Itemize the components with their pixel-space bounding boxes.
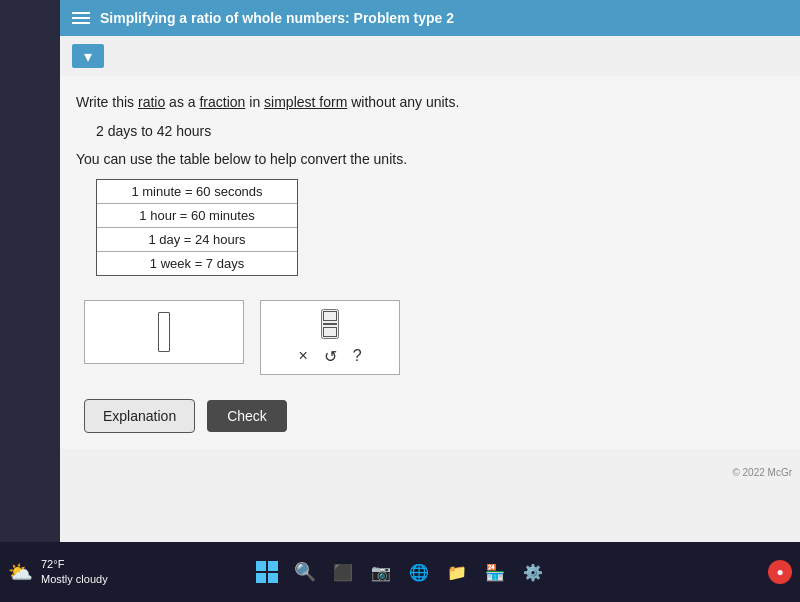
- header-bar: Simplifying a ratio of whole numbers: Pr…: [60, 0, 800, 36]
- bottom-buttons: Explanation Check: [84, 399, 784, 433]
- taskbar-right: ●: [555, 560, 792, 584]
- fraction-button[interactable]: [321, 309, 339, 339]
- dropdown-arrow-icon: ▾: [84, 47, 92, 66]
- conversion-table: 1 minute = 60 seconds 1 hour = 60 minute…: [96, 179, 298, 276]
- undo-button[interactable]: ↺: [324, 347, 337, 366]
- windows-start-button[interactable]: [253, 558, 281, 586]
- ratio-word: ratio: [138, 94, 165, 110]
- settings-button[interactable]: ⚙️: [519, 558, 547, 586]
- settings-icon: ⚙️: [523, 563, 543, 582]
- left-sidebar: [0, 0, 60, 542]
- header-title: Simplifying a ratio of whole numbers: Pr…: [100, 10, 454, 26]
- maps-button[interactable]: 🌐: [405, 558, 433, 586]
- math-symbols-row: × ↺ ?: [298, 347, 361, 366]
- help-button[interactable]: ?: [353, 347, 362, 365]
- table-row: 1 minute = 60 seconds: [97, 180, 297, 204]
- taskbar-left: ⛅ 72°F Mostly cloudy: [8, 557, 245, 588]
- table-row: 1 hour = 60 minutes: [97, 204, 297, 228]
- weather-desc: Mostly cloudy: [41, 572, 108, 587]
- dropdown-button[interactable]: ▾: [72, 44, 104, 68]
- copyright-text: © 2022 McGr: [732, 467, 792, 478]
- table-row: 1 day = 24 hours: [97, 228, 297, 252]
- check-button[interactable]: Check: [207, 400, 287, 432]
- browser-button[interactable]: 📷: [367, 558, 395, 586]
- convert-text: You can use the table below to help conv…: [76, 151, 784, 167]
- content-body: Write this ratio as a fraction in simple…: [60, 76, 800, 449]
- fraction-word: fraction: [199, 94, 245, 110]
- fraction-panel: × ↺ ?: [260, 300, 400, 375]
- files-button[interactable]: 📁: [443, 558, 471, 586]
- search-taskbar-button[interactable]: 🔍: [291, 558, 319, 586]
- folder-icon: 📁: [447, 563, 467, 582]
- store-button[interactable]: 🏪: [481, 558, 509, 586]
- globe-icon: 🌐: [409, 563, 429, 582]
- hamburger-icon[interactable]: [72, 12, 90, 24]
- windows-logo-icon: [256, 561, 278, 583]
- explanation-button[interactable]: Explanation: [84, 399, 195, 433]
- fraction-divider-line: [323, 323, 337, 325]
- weather-temp: 72°F: [41, 557, 108, 572]
- task-view-button[interactable]: ⬛: [329, 558, 357, 586]
- text-cursor-icon: [158, 312, 170, 352]
- multiply-button[interactable]: ×: [298, 347, 307, 365]
- ratio-text: 2 days to 42 hours: [96, 123, 784, 139]
- weather-widget: ⛅ 72°F Mostly cloudy: [8, 557, 108, 588]
- taskbar-center: 🔍 ⬛ 📷 🌐 📁 🏪 ⚙️: [253, 558, 547, 586]
- simplest-form-word: simplest form: [264, 94, 347, 110]
- answer-input-box[interactable]: [84, 300, 244, 364]
- problem-instruction: Write this ratio as a fraction in simple…: [76, 92, 784, 113]
- store-icon: 🏪: [485, 563, 505, 582]
- taskbar: ⛅ 72°F Mostly cloudy 🔍 ⬛ 📷 🌐: [0, 542, 800, 602]
- camera-icon: 📷: [371, 563, 391, 582]
- record-button[interactable]: ●: [768, 560, 792, 584]
- input-area: × ↺ ?: [84, 300, 784, 375]
- record-icon: ●: [776, 565, 783, 579]
- fraction-top-box: [323, 311, 337, 321]
- weather-text: 72°F Mostly cloudy: [41, 557, 108, 588]
- main-content: Simplifying a ratio of whole numbers: Pr…: [60, 0, 800, 542]
- fraction-bottom-box: [323, 327, 337, 337]
- search-icon: 🔍: [294, 561, 316, 583]
- cloud-icon: ⛅: [8, 560, 33, 584]
- table-row: 1 week = 7 days: [97, 252, 297, 275]
- task-view-icon: ⬛: [333, 563, 353, 582]
